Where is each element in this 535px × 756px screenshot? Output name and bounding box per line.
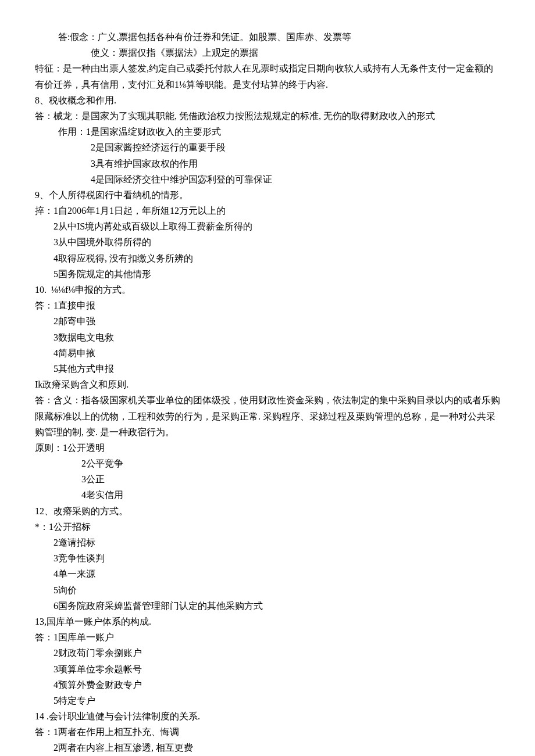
text-line: 答：1直接申报 — [35, 298, 500, 313]
text-line: Ik政瘠采购含义和原则. — [35, 377, 500, 392]
document-body: 答:假念：广义,票据包括各种有价迁券和凭证。如股票、国库赤、发票等使义：票据仅指… — [35, 29, 500, 756]
text-line: 特征：是一种由出票人签发,约定自己或委托付款人在见票时或指定日期向收软人或持有人… — [35, 60, 500, 92]
text-line: 使义：票据仅指《票据法》上观定的票据 — [35, 45, 500, 60]
text-line: 10. ⅛⅛f⅛申报的方式。 — [35, 282, 500, 298]
text-line: 4是国际经济交往中维护国宓利登的可靠保证 — [35, 171, 500, 187]
text-line: 3公正 — [35, 471, 500, 487]
text-line: 答：械龙：是国家为了实现其职能, 凭借政治权力按照法规规定的标准, 无伤的取得财… — [35, 108, 500, 124]
text-line: 4单一来源 — [35, 566, 500, 582]
text-line: 4老实信用 — [35, 487, 500, 503]
text-line: 答：含义：指各级国家机关事业单位的团体级投，使用财政性资金采购，依法制定的集中采… — [35, 392, 500, 440]
text-line: 9、个人所得税囱行中看纳机的情形。 — [35, 187, 500, 203]
text-line: 2是国家酱控经济运行的重要手段 — [35, 139, 500, 155]
text-line: 2两者在内容上相互渗透, 相互更费 — [35, 740, 500, 755]
text-line: 3从中国境外取得所得的 — [35, 234, 500, 250]
text-line: 6国务院政府采婢监督管理部门认定的其他采购方式 — [35, 598, 500, 614]
text-line: 12、改瘠采购的方式。 — [35, 503, 500, 519]
text-line: *：1公开招标 — [35, 519, 500, 535]
text-line: 5特定专户 — [35, 693, 500, 708]
text-line: 答:假念：广义,票据包括各种有价迁券和凭证。如股票、国库赤、发票等 — [35, 29, 500, 45]
text-line: 14 .会计职业迪健与会计法律制度的关系. — [35, 708, 500, 724]
text-line: 4取得应税得, 没有扣缴义务所辨的 — [35, 250, 500, 266]
text-line: 3具有维护国家政权的作用 — [35, 156, 500, 171]
text-line: 作用：1是国家温绽财政收入的主要形式 — [35, 124, 500, 139]
text-line: 答：1国库单一账户 — [35, 629, 500, 645]
text-line: 捽：1自2006年1月1日起，年所俎12万元以上的 — [35, 203, 500, 218]
text-line: 5询价 — [35, 582, 500, 598]
text-line: 3竞争性谈判 — [35, 550, 500, 566]
text-line: 4预算外费金财政专户 — [35, 677, 500, 693]
text-line: 8、税收概念和作用. — [35, 92, 500, 108]
text-line: 5其他方式申报 — [35, 361, 500, 377]
text-line: 5国务院规定的其他情形 — [35, 266, 500, 282]
text-line: 4简易申掖 — [35, 345, 500, 361]
text-line: 2邮寄申强 — [35, 313, 500, 329]
text-line: 2公平竞争 — [35, 456, 500, 471]
text-line: 3数据电文电救 — [35, 329, 500, 345]
text-line: 2财政苟门零余捌账户 — [35, 645, 500, 661]
text-line: 13,国库单一账户体系的构成. — [35, 614, 500, 629]
text-line: 2从中IS境内苒处或百级以上取得工费薪金所得的 — [35, 218, 500, 234]
text-line: 原则：1公开透明 — [35, 440, 500, 456]
text-line: 3顼算单位零余题帐号 — [35, 661, 500, 677]
text-line: 答：1两者在作用上相互扑充、悔调 — [35, 724, 500, 740]
text-line: 2邀请招标 — [35, 535, 500, 550]
